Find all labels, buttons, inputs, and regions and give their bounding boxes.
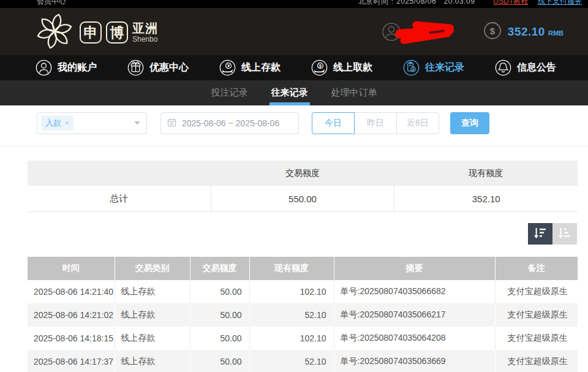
tab-betting-records[interactable]: 投注记录 bbox=[211, 80, 248, 105]
cell-amount: 50.00 bbox=[190, 350, 249, 372]
selected-type-tag: 入款 × bbox=[41, 116, 74, 131]
cell-type: 线上存款 bbox=[115, 327, 190, 350]
summary-header-transaction-amount: 交易额度 bbox=[211, 161, 394, 186]
cell-summary: 单号:202508074035066682 bbox=[334, 280, 495, 303]
cell-balance: 102.10 bbox=[249, 327, 334, 350]
summary-total-transaction: 550.00 bbox=[211, 186, 394, 211]
nav-label: 往来记录 bbox=[425, 61, 464, 74]
cell-summary: 单号:202508074035066217 bbox=[334, 303, 495, 327]
cell-type: 线上存款 bbox=[115, 350, 190, 372]
quick-date-buttons: 今日 昨日 近8日 bbox=[312, 112, 439, 134]
calendar-icon bbox=[167, 118, 176, 129]
chevron-down-icon bbox=[134, 121, 140, 125]
nav-item-my-account[interactable]: 我的账户 bbox=[36, 59, 97, 76]
brand-logo[interactable]: 申 博 亚洲 Shenbo bbox=[36, 12, 158, 53]
col-header-type: 交易类别 bbox=[115, 257, 190, 280]
username-redaction-scribble bbox=[395, 22, 456, 42]
beijing-time: 北京时间：2025/08/06 20:03:09 bbox=[358, 0, 475, 7]
sort-ascending-icon bbox=[558, 226, 571, 242]
summary-table: 交易额度 现有额度 总计 550.00 352.10 bbox=[28, 161, 578, 212]
cell-remark: 支付宝超级原生 bbox=[495, 350, 578, 372]
top-utility-bar: 会员中心 北京时间：2025/08/06 20:03:09 USDT教程 线下支… bbox=[0, 0, 588, 8]
balance-amount: 352.10 bbox=[508, 25, 545, 39]
table-header-row: 时间 交易类别 交易额度 现有额度 摘要 备注 bbox=[28, 257, 578, 280]
nav-item-promotions[interactable]: 优惠中心 bbox=[127, 59, 189, 76]
cell-amount: 50.00 bbox=[190, 280, 249, 303]
record-subtabs: 投注记录 往来记录 处理中订单 bbox=[0, 80, 588, 105]
gift-icon bbox=[127, 59, 144, 76]
summary-header-empty bbox=[28, 161, 211, 186]
member-center-link[interactable]: 会员中心 bbox=[37, 0, 66, 7]
date-range-input[interactable]: 2025-08-06 ~ 2025-08-06 bbox=[160, 112, 299, 134]
logo-region: 亚洲 Shenbo bbox=[132, 22, 158, 43]
account-area[interactable] bbox=[382, 21, 455, 43]
cell-balance: 102.10 bbox=[249, 280, 334, 303]
logo-region-en: Shenbo bbox=[132, 36, 158, 43]
cell-type: 线上存款 bbox=[115, 280, 190, 303]
cell-balance: 52.10 bbox=[249, 350, 334, 372]
cell-summary: 单号:202508074035063669 bbox=[334, 350, 495, 372]
dollar-coin-icon: $ bbox=[483, 21, 502, 42]
logo-region-cn: 亚洲 bbox=[132, 22, 158, 34]
nav-label: 我的账户 bbox=[58, 61, 97, 74]
filter-row: 入款 × 2025-08-06 ~ 2025-08-06 今日 昨日 近8日 查… bbox=[37, 112, 489, 134]
tag-label: 入款 bbox=[45, 118, 61, 129]
logo-char-shen: 申 bbox=[80, 21, 102, 44]
user-icon bbox=[36, 59, 52, 76]
cell-amount: 50.00 bbox=[190, 327, 249, 350]
nav-item-online-withdraw[interactable]: $ 线上取款 bbox=[311, 59, 372, 76]
nav-label: 线上存款 bbox=[241, 61, 281, 74]
offline-payment-link[interactable]: 线下支付服务 bbox=[538, 0, 582, 7]
sort-ascending-button[interactable] bbox=[552, 223, 577, 245]
col-header-time: 时间 bbox=[28, 257, 115, 280]
cell-time: 2025-08-06 14:21:40 bbox=[28, 280, 115, 303]
nav-label: 信息公告 bbox=[517, 61, 556, 74]
cell-summary: 单号:202508074035064208 bbox=[334, 327, 495, 350]
search-button[interactable]: 查询 bbox=[450, 112, 489, 134]
tab-transaction-records[interactable]: 往来记录 bbox=[271, 80, 308, 105]
main-nav: 我的账户 优惠中心 线上存款 $ 线上取款 bbox=[0, 55, 588, 80]
nav-item-transaction-records[interactable]: 往来记录 bbox=[403, 59, 464, 76]
site-header: 申 博 亚洲 Shenbo $ bbox=[0, 8, 588, 55]
cell-remark: 支付宝超级原生 bbox=[495, 280, 578, 303]
summary-header-current-balance: 现有额度 bbox=[394, 161, 578, 186]
cell-balance: 52.10 bbox=[249, 303, 334, 327]
date-range-value: 2025-08-06 ~ 2025-08-06 bbox=[182, 118, 279, 128]
yesterday-button[interactable]: 昨日 bbox=[354, 112, 397, 134]
tab-pending-orders[interactable]: 处理中订单 bbox=[331, 80, 377, 105]
cell-remark: 支付宝超级原生 bbox=[495, 327, 578, 350]
balance-display[interactable]: $ 352.10 RMB bbox=[483, 21, 564, 42]
svg-text:$: $ bbox=[490, 26, 496, 36]
cell-remark: 支付宝超级原生 bbox=[495, 303, 578, 327]
usdt-tutorial-link[interactable]: USDT教程 bbox=[493, 0, 528, 7]
today-button[interactable]: 今日 bbox=[312, 112, 355, 134]
svg-text:$: $ bbox=[319, 63, 322, 69]
balance-currency: RMB bbox=[548, 29, 564, 37]
tag-remove-icon[interactable]: × bbox=[65, 120, 69, 127]
record-icon bbox=[403, 59, 420, 76]
col-header-amount: 交易额度 bbox=[190, 257, 249, 280]
cell-time: 2025-08-06 14:18:15 bbox=[28, 327, 115, 350]
table-row: 2025-08-06 14:18:15 线上存款 50.00 102.10 单号… bbox=[28, 327, 578, 350]
summary-total-balance: 352.10 bbox=[394, 186, 578, 211]
transactions-table: 时间 交易类别 交易额度 现有额度 摘要 备注 2025-08-06 14:21… bbox=[28, 257, 578, 372]
summary-total-row: 总计 550.00 352.10 bbox=[28, 186, 578, 212]
cell-amount: 50.00 bbox=[190, 303, 249, 327]
nav-item-online-deposit[interactable]: 线上存款 bbox=[219, 59, 281, 76]
logo-char-bo: 博 bbox=[106, 21, 128, 44]
bell-icon bbox=[495, 59, 511, 76]
withdraw-icon: $ bbox=[311, 59, 328, 76]
col-header-remark: 备注 bbox=[495, 257, 578, 280]
sort-descending-icon bbox=[533, 226, 547, 242]
cell-time: 2025-08-06 14:21:02 bbox=[28, 303, 115, 327]
table-row: 2025-08-06 14:21:40 线上存款 50.00 102.10 单号… bbox=[28, 280, 578, 303]
nav-item-announcements[interactable]: 信息公告 bbox=[495, 59, 556, 76]
deposit-icon bbox=[219, 59, 236, 76]
sort-descending-button[interactable] bbox=[528, 223, 552, 245]
sort-controls bbox=[528, 223, 577, 245]
type-select[interactable]: 入款 × bbox=[37, 112, 147, 134]
col-header-summary: 摘要 bbox=[334, 257, 495, 280]
table-row: 2025-08-06 14:17:37 线上存款 50.00 52.10 单号:… bbox=[28, 350, 578, 372]
last-8-days-button[interactable]: 近8日 bbox=[396, 112, 439, 134]
logo-wordmark: 申 博 bbox=[80, 21, 128, 44]
